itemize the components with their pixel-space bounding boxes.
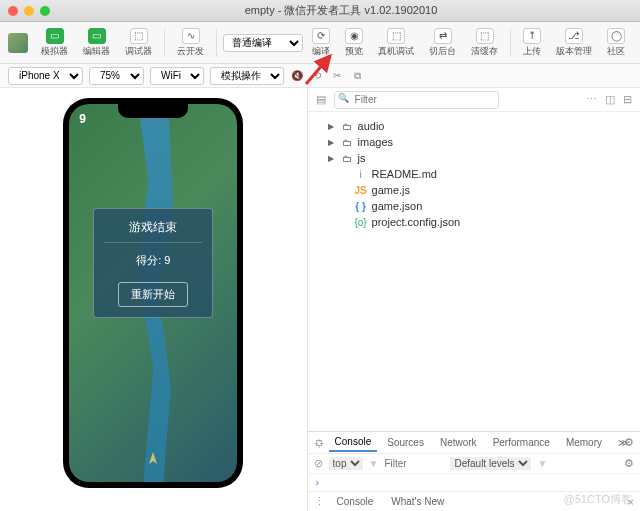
score-label: 得分: 9 bbox=[104, 253, 202, 268]
folder-audio[interactable]: ▶🗀audio bbox=[308, 118, 640, 134]
minimize-icon[interactable] bbox=[24, 6, 34, 16]
folder-images[interactable]: ▶🗀images bbox=[308, 134, 640, 150]
upload-icon: ⤒ bbox=[523, 28, 541, 44]
upload-button[interactable]: ⤒上传 bbox=[517, 26, 547, 60]
drawer-tab-console[interactable]: Console bbox=[331, 493, 380, 510]
version-icon: ⎇ bbox=[565, 28, 583, 44]
svg-marker-0 bbox=[149, 452, 157, 464]
sub-toolbar: iPhone X 75% WiFi 模拟操作 🔇 ⟲ ✂ ⧉ bbox=[0, 64, 640, 88]
community-button[interactable]: ◯社区 bbox=[601, 26, 631, 60]
json-icon: { } bbox=[354, 201, 368, 212]
notch bbox=[118, 104, 188, 118]
editor-top-bar: ▤ ⋯ ◫ ⊟ bbox=[308, 88, 640, 112]
folder-js[interactable]: ▶🗀js bbox=[308, 150, 640, 166]
js-icon: JS bbox=[354, 185, 368, 196]
file-game-json[interactable]: { }game.json bbox=[308, 198, 640, 214]
sim-ops-select[interactable]: 模拟操作 bbox=[210, 67, 284, 85]
search-input[interactable] bbox=[334, 91, 499, 109]
version-button[interactable]: ⎇版本管理 bbox=[550, 26, 598, 60]
clear-icon[interactable]: ⊘ bbox=[314, 457, 323, 470]
close-icon[interactable] bbox=[8, 6, 18, 16]
score-counter: 9 bbox=[79, 112, 86, 126]
main-toolbar: ▭模拟器 ▭编辑器 ⬚调试器 ∿云开发 普通编译 ⟳编译 ◉预览 ⬚真机调试 ⇄… bbox=[0, 22, 640, 64]
traffic-lights bbox=[8, 6, 50, 16]
remote-debug-button[interactable]: ⬚真机调试 bbox=[372, 26, 420, 60]
cloud-icon: ∿ bbox=[182, 28, 200, 44]
titlebar: empty - 微信开发者工具 v1.02.1902010 bbox=[0, 0, 640, 22]
zoom-select[interactable]: 75% bbox=[89, 67, 144, 85]
workspace: 9 游戏结束 得分: 9 重新开始 ▤ ⋯ ◫ ⊟ ▶🗀audio ▶🗀imag… bbox=[0, 88, 640, 511]
code-icon: ▭ bbox=[88, 28, 106, 44]
avatar bbox=[8, 33, 28, 53]
cloud-button[interactable]: ∿云开发 bbox=[171, 26, 210, 60]
compile-button[interactable]: ⟳编译 bbox=[306, 26, 336, 60]
bug-icon: ⬚ bbox=[130, 28, 148, 44]
phone-icon: ▭ bbox=[46, 28, 64, 44]
markdown-icon: i bbox=[354, 169, 368, 180]
levels-select[interactable]: Default levels bbox=[450, 457, 531, 470]
network-select[interactable]: WiFi bbox=[150, 67, 204, 85]
file-game-js[interactable]: JSgame.js bbox=[308, 182, 640, 198]
context-select[interactable]: top bbox=[329, 457, 363, 470]
more-icon[interactable]: ⋯ bbox=[586, 93, 597, 106]
game-over-modal: 游戏结束 得分: 9 重新开始 bbox=[93, 208, 213, 318]
watermark: @51CTO博客 bbox=[564, 492, 632, 507]
console-controls: ⊘ top ▼ Default levels ▼ ⚙ bbox=[308, 454, 640, 474]
inspect-icon[interactable]: ⯐ bbox=[314, 437, 325, 449]
file-project-config[interactable]: {o}project.config.json bbox=[308, 214, 640, 230]
game-screen[interactable]: 9 游戏结束 得分: 9 重新开始 bbox=[69, 104, 237, 482]
simulator-button[interactable]: ▭模拟器 bbox=[35, 26, 74, 60]
console-output: › bbox=[308, 474, 640, 491]
refresh-icon: ⟳ bbox=[312, 28, 330, 44]
rotate-icon[interactable]: ⟲ bbox=[310, 69, 324, 83]
restart-button[interactable]: 重新开始 bbox=[118, 282, 188, 307]
cut-icon[interactable]: ✂ bbox=[330, 69, 344, 83]
simulator-pane: 9 游戏结束 得分: 9 重新开始 bbox=[0, 88, 307, 511]
filter-input[interactable] bbox=[384, 458, 444, 469]
editor-button[interactable]: ▭编辑器 bbox=[77, 26, 116, 60]
preview-button[interactable]: ◉预览 bbox=[339, 26, 369, 60]
game-over-title: 游戏结束 bbox=[104, 219, 202, 243]
config-icon: {o} bbox=[354, 217, 368, 228]
gear-icon[interactable]: ⚙ bbox=[624, 436, 634, 449]
background-button[interactable]: ⇄切后台 bbox=[423, 26, 462, 60]
debugger-button[interactable]: ⬚调试器 bbox=[119, 26, 158, 60]
file-readme[interactable]: iREADME.md bbox=[308, 166, 640, 182]
device-select[interactable]: iPhone X bbox=[8, 67, 83, 85]
eye-icon: ◉ bbox=[345, 28, 363, 44]
switch-icon: ⇄ bbox=[434, 28, 452, 44]
tab-sources[interactable]: Sources bbox=[381, 434, 430, 451]
editor-pane: ▤ ⋯ ◫ ⊟ ▶🗀audio ▶🗀images ▶🗀js iREADME.md… bbox=[307, 88, 640, 511]
folder-icon: 🗀 bbox=[340, 153, 354, 164]
window-title: empty - 微信开发者工具 v1.02.1902010 bbox=[50, 3, 632, 18]
compile-mode-select[interactable]: 普通编译 bbox=[223, 34, 303, 52]
trash-icon: ⬚ bbox=[476, 28, 494, 44]
settings-icon[interactable]: ⚙ bbox=[624, 457, 634, 470]
folder-icon: 🗀 bbox=[340, 121, 354, 132]
folder-icon: 🗀 bbox=[340, 137, 354, 148]
devtools-tabs: ⯐ Console Sources Network Performance Me… bbox=[308, 432, 640, 454]
split-icon[interactable]: ◫ bbox=[605, 93, 615, 106]
remote-icon: ⬚ bbox=[387, 28, 405, 44]
tab-console[interactable]: Console bbox=[329, 433, 378, 452]
plane-icon bbox=[143, 450, 163, 470]
community-icon: ◯ bbox=[607, 28, 625, 44]
maximize-icon[interactable] bbox=[40, 6, 50, 16]
tab-memory[interactable]: Memory bbox=[560, 434, 608, 451]
cache-button[interactable]: ⬚清缓存 bbox=[465, 26, 504, 60]
tab-network[interactable]: Network bbox=[434, 434, 483, 451]
collapse-icon[interactable]: ⊟ bbox=[623, 93, 632, 106]
popout-icon[interactable]: ⧉ bbox=[350, 69, 364, 83]
explorer-icon[interactable]: ▤ bbox=[316, 93, 326, 106]
phone-frame: 9 游戏结束 得分: 9 重新开始 bbox=[63, 98, 243, 488]
drawer-menu-icon[interactable]: ⋮ bbox=[314, 495, 325, 508]
tab-performance[interactable]: Performance bbox=[487, 434, 556, 451]
mute-icon[interactable]: 🔇 bbox=[290, 69, 304, 83]
file-tree: ▶🗀audio ▶🗀images ▶🗀js iREADME.md JSgame.… bbox=[308, 112, 640, 431]
drawer-tab-whatsnew[interactable]: What's New bbox=[385, 493, 450, 510]
